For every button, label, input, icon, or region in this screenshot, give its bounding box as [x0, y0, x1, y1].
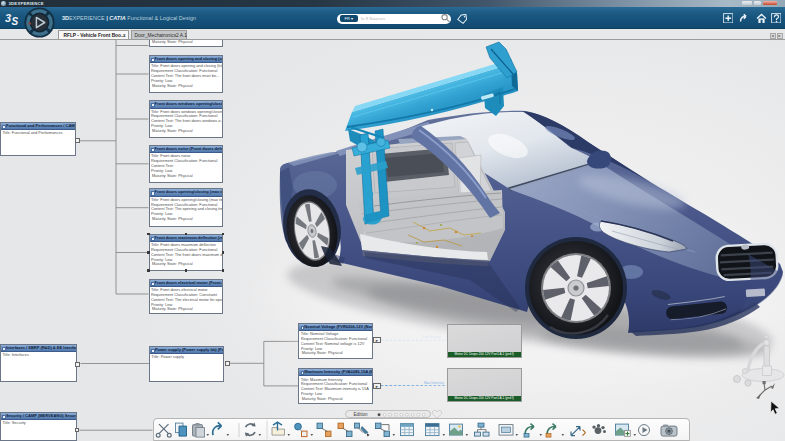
svg-text:3: 3 — [5, 12, 11, 24]
svg-text:S: S — [12, 16, 19, 27]
